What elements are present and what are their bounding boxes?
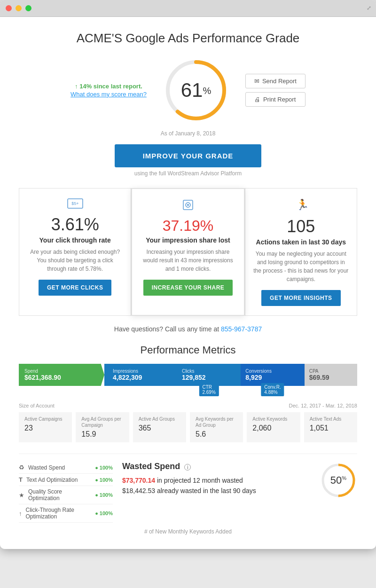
traffic-lights [6, 5, 31, 11]
score-gauge: 61% [161, 55, 231, 125]
improve-sub-label: using the full WordStream Advisor Platfo… [19, 170, 357, 177]
metric-card-ctr: $5+ 3.61% Your click through rate Are yo… [19, 188, 131, 316]
send-icon: ✉ [254, 78, 259, 85]
funnel-conversions-value: 8,929 [245, 374, 299, 381]
ctr-label: Your click through rate [27, 236, 123, 244]
wasted-desc2: $18,442.53 already wasted in the last 90… [122, 487, 256, 494]
mini-score-percent: % [342, 475, 346, 481]
wasted-amount: $73,770.14 [122, 477, 155, 484]
score-percent: % [203, 86, 211, 96]
bottom-row: ♻ Wasted Spend ● 100% T Text Ad Optimiza… [19, 462, 357, 523]
acct-active-adgroups: Active Ad Groups 365 [133, 412, 186, 442]
wasted-icon: ♻ [19, 464, 24, 471]
funnel-row: Spend $621,368.90 Impressions 4,822,309 … [19, 364, 357, 386]
funnel-cpa-label: CPA [309, 368, 352, 374]
score-value: 61% [181, 79, 212, 102]
call-phone[interactable]: 855-967-3787 [221, 325, 262, 333]
close-button[interactable] [6, 5, 12, 11]
maximize-button[interactable] [25, 5, 31, 11]
score-left: ↑ 14% since last report. What does my sc… [70, 83, 147, 98]
call-section: Have questions? Call us any time at 855-… [19, 325, 357, 333]
actions-desc: You may be neglecting your account and l… [253, 250, 349, 283]
wasted-spend-info: Wasted Spend i $73,770.14 in projected 1… [122, 462, 310, 496]
score-date: As of January 8, 2018 [19, 130, 357, 137]
score-section: ↑ 14% since last report. What does my sc… [19, 55, 357, 125]
mini-score-value: 50% [330, 474, 346, 486]
acct-text-ads: Active Text Ads 1,051 [304, 412, 357, 442]
funnel-impressions: Impressions 4,822,309 [104, 364, 177, 386]
svg-text:$5+: $5+ [71, 201, 78, 206]
actions-label: Actions taken in last 30 days [253, 238, 349, 246]
funnel-impressions-value: 4,822,309 [113, 374, 172, 381]
funnel-spend-label: Spend [24, 368, 95, 374]
send-report-button[interactable]: ✉ Send Report [245, 74, 306, 88]
metric-cards: $5+ 3.61% Your click through rate Are yo… [19, 188, 357, 316]
get-more-insights-button[interactable]: GET MORE INSIGHTS [261, 290, 341, 306]
score-number: 61 [181, 79, 203, 101]
funnel-spend-value: $621,368.90 [24, 374, 95, 381]
wasted-pct: ● 100% [95, 465, 113, 470]
bottom-item-text-ad: T Text Ad Optimization ● 100% [19, 474, 113, 486]
acct-adgroups-per-campaign: Avg Ad Groups per Campaign 15.9 [76, 412, 129, 442]
minimize-button[interactable] [16, 5, 22, 11]
ctr-badge: CTR2.69% [199, 383, 219, 396]
ctr-desc: Are your ads being clicked enough? You s… [27, 248, 123, 273]
svg-point-6 [187, 204, 189, 206]
svg-text:🏃: 🏃 [296, 198, 307, 211]
performance-funnel: Spend $621,368.90 Impressions 4,822,309 … [19, 364, 357, 386]
impression-label: Your impression share lost [140, 236, 236, 244]
print-icon: 🖨 [254, 96, 260, 103]
ctr-value: 3.61% [27, 215, 123, 235]
size-label: Size of Account [19, 403, 55, 408]
send-report-label: Send Report [262, 78, 297, 85]
bottom-item-wasted: ♻ Wasted Spend ● 100% [19, 462, 113, 474]
account-size-row: Size of Account Dec. 12, 2017 - Mar. 12,… [19, 403, 357, 408]
actions-value: 105 [253, 217, 349, 236]
wasted-spend-desc: $73,770.14 in projected 12 month wasted … [122, 475, 310, 496]
score-link[interactable]: What does my score mean? [70, 91, 147, 98]
resize-icon: ⤢ [367, 5, 371, 11]
bottom-item-ctr: ↑ Click-Through Rate Optimization ● 100% [19, 504, 113, 523]
quality-icon: ★ [19, 492, 24, 499]
ctr-icon: $5+ [27, 198, 123, 212]
titlebar: ⤢ [0, 0, 376, 17]
mini-score-section: 50% [320, 462, 357, 499]
metric-card-actions: 🏃 105 Actions taken in last 30 days You … [245, 188, 357, 316]
funnel-clicks: Clicks 129,852 CTR2.69% [177, 364, 241, 386]
performance-title: Performance Metrics [19, 344, 357, 356]
page-title: ACME'S Google Ads Performance Grade [19, 17, 357, 55]
funnel-clicks-label: Clicks [182, 368, 236, 374]
main-content: ACME'S Google Ads Performance Grade ↑ 14… [0, 17, 376, 549]
increase-share-button[interactable]: INCREASE YOUR SHARE [143, 280, 233, 296]
funnel-impressions-label: Impressions [113, 368, 172, 374]
improve-grade-button[interactable]: IMPROVE YOUR GRADE [115, 144, 262, 167]
account-metrics-row: Active Campaigns 23 Avg Ad Groups per Ca… [19, 412, 357, 442]
acct-active-keywords: Active Keywords 2,060 [247, 412, 300, 442]
text-ad-label: Text Ad Optimization [26, 477, 91, 483]
print-report-button[interactable]: 🖨 Print Report [245, 92, 306, 107]
funnel-conversions: Conversions 8,929 Conv.R.4.88% [241, 364, 304, 386]
print-report-label: Print Report [263, 96, 296, 103]
date-range: Dec. 12, 2017 - Mar. 12, 2018 [289, 403, 357, 408]
funnel-clicks-value: 129,852 [182, 374, 236, 381]
impression-icon [140, 198, 236, 214]
ctr-opt-label: Click-Through Rate Optimization [26, 507, 92, 520]
mini-score-number: 50 [330, 474, 342, 486]
bottom-item-quality: ★ Quality Score Optimization ● 100% [19, 486, 113, 504]
text-ad-icon: T [19, 476, 23, 483]
metric-card-impression: 37.19% Your impression share lost Increa… [131, 188, 244, 316]
funnel-conversions-label: Conversions [245, 368, 299, 374]
conv-badge: Conv.R.4.88% [261, 383, 284, 396]
app-window: ⤢ ACME'S Google Ads Performance Grade ↑ … [0, 0, 376, 549]
get-more-clicks-button[interactable]: GET MORE CLICKS [39, 280, 112, 296]
bottom-section: ♻ Wasted Spend ● 100% T Text Ad Optimiza… [19, 454, 357, 535]
mini-gauge: 50% [320, 462, 357, 499]
wasted-spend-title: Wasted Spend i [122, 462, 310, 471]
impression-value: 37.19% [140, 217, 236, 235]
last-row: # of New Monthly Keywords Added [19, 528, 357, 535]
score-right: ✉ Send Report 🖨 Print Report [245, 74, 306, 107]
call-text: Have questions? Call us any time at [114, 325, 221, 333]
text-ad-pct: ● 100% [95, 477, 113, 483]
wasted-label: Wasted Spend [28, 464, 91, 471]
funnel-spend: Spend $621,368.90 [19, 364, 104, 386]
